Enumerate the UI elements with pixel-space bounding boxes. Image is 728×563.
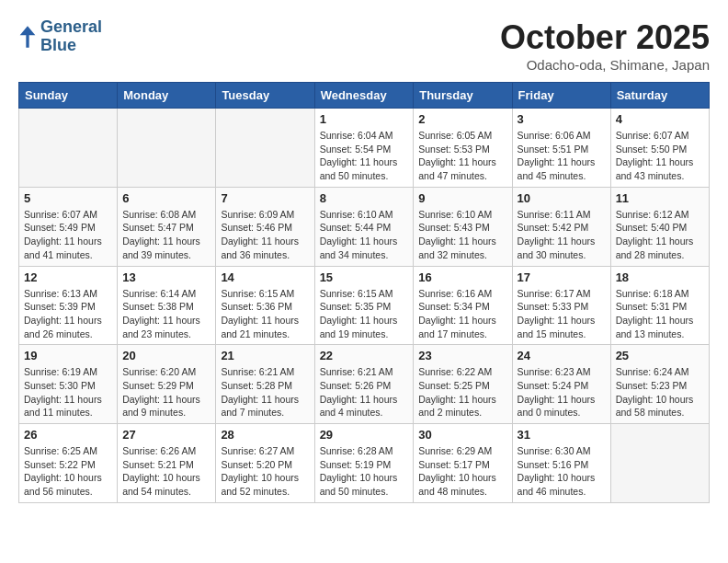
day-number: 4 xyxy=(616,112,704,126)
day-number: 1 xyxy=(320,112,409,126)
calendar-cell: 17Sunrise: 6:17 AM Sunset: 5:33 PM Dayli… xyxy=(512,266,610,345)
calendar-cell: 25Sunrise: 6:24 AM Sunset: 5:23 PM Dayli… xyxy=(610,345,709,424)
week-row-4: 19Sunrise: 6:19 AM Sunset: 5:30 PM Dayli… xyxy=(19,345,710,424)
day-info: Sunrise: 6:21 AM Sunset: 5:28 PM Dayligh… xyxy=(221,365,309,419)
day-number: 13 xyxy=(122,270,210,284)
calendar-cell: 11Sunrise: 6:12 AM Sunset: 5:40 PM Dayli… xyxy=(610,187,709,266)
day-number: 14 xyxy=(221,270,309,284)
calendar-cell: 18Sunrise: 6:18 AM Sunset: 5:31 PM Dayli… xyxy=(610,266,709,345)
day-info: Sunrise: 6:17 AM Sunset: 5:33 PM Dayligh… xyxy=(518,287,606,341)
weekday-header-row: SundayMondayTuesdayWednesdayThursdayFrid… xyxy=(19,83,710,109)
logo: General Blue xyxy=(18,18,102,55)
day-number: 19 xyxy=(24,349,112,362)
logo-line1: General xyxy=(40,18,102,37)
calendar-cell: 23Sunrise: 6:22 AM Sunset: 5:25 PM Dayli… xyxy=(414,345,512,424)
day-info: Sunrise: 6:16 AM Sunset: 5:34 PM Dayligh… xyxy=(418,287,506,341)
day-info: Sunrise: 6:07 AM Sunset: 5:50 PM Dayligh… xyxy=(616,129,704,183)
week-row-1: 1Sunrise: 6:04 AM Sunset: 5:54 PM Daylig… xyxy=(19,109,710,188)
calendar: SundayMondayTuesdayWednesdayThursdayFrid… xyxy=(18,82,710,503)
calendar-cell: 24Sunrise: 6:23 AM Sunset: 5:24 PM Dayli… xyxy=(512,345,610,424)
svg-marker-0 xyxy=(20,26,36,47)
day-info: Sunrise: 6:20 AM Sunset: 5:29 PM Dayligh… xyxy=(122,365,210,419)
day-info: Sunrise: 6:08 AM Sunset: 5:47 PM Dayligh… xyxy=(122,208,210,262)
day-number: 10 xyxy=(518,191,606,205)
month-title: October 2025 xyxy=(500,18,710,57)
calendar-cell: 8Sunrise: 6:10 AM Sunset: 5:44 PM Daylig… xyxy=(314,187,414,266)
calendar-cell: 5Sunrise: 6:07 AM Sunset: 5:49 PM Daylig… xyxy=(19,187,118,266)
day-info: Sunrise: 6:22 AM Sunset: 5:25 PM Dayligh… xyxy=(418,365,506,419)
day-info: Sunrise: 6:04 AM Sunset: 5:54 PM Dayligh… xyxy=(320,129,409,183)
weekday-header-thursday: Thursday xyxy=(414,83,512,109)
weekday-header-saturday: Saturday xyxy=(610,83,709,109)
calendar-cell: 29Sunrise: 6:28 AM Sunset: 5:19 PM Dayli… xyxy=(314,424,414,503)
day-info: Sunrise: 6:24 AM Sunset: 5:23 PM Dayligh… xyxy=(616,365,704,419)
day-number: 3 xyxy=(518,112,606,126)
day-info: Sunrise: 6:10 AM Sunset: 5:44 PM Dayligh… xyxy=(320,208,409,262)
calendar-cell: 16Sunrise: 6:16 AM Sunset: 5:34 PM Dayli… xyxy=(414,266,512,345)
calendar-cell xyxy=(610,424,709,503)
weekday-header-monday: Monday xyxy=(118,83,216,109)
day-info: Sunrise: 6:10 AM Sunset: 5:43 PM Dayligh… xyxy=(418,208,506,262)
calendar-cell: 28Sunrise: 6:27 AM Sunset: 5:20 PM Dayli… xyxy=(216,424,314,503)
location: Odacho-oda, Shimane, Japan xyxy=(500,57,710,73)
week-row-5: 26Sunrise: 6:25 AM Sunset: 5:22 PM Dayli… xyxy=(19,424,710,503)
calendar-cell xyxy=(216,109,314,188)
day-number: 9 xyxy=(418,191,506,205)
day-number: 27 xyxy=(122,428,210,442)
calendar-cell: 30Sunrise: 6:29 AM Sunset: 5:17 PM Dayli… xyxy=(414,424,512,503)
day-number: 26 xyxy=(24,428,112,442)
day-info: Sunrise: 6:28 AM Sunset: 5:19 PM Dayligh… xyxy=(320,444,409,499)
day-info: Sunrise: 6:25 AM Sunset: 5:22 PM Dayligh… xyxy=(24,444,112,499)
calendar-cell: 3Sunrise: 6:06 AM Sunset: 5:51 PM Daylig… xyxy=(512,109,610,188)
title-block: October 2025 Odacho-oda, Shimane, Japan xyxy=(500,18,710,73)
calendar-cell: 12Sunrise: 6:13 AM Sunset: 5:39 PM Dayli… xyxy=(19,266,118,345)
day-number: 20 xyxy=(122,349,210,362)
calendar-cell: 10Sunrise: 6:11 AM Sunset: 5:42 PM Dayli… xyxy=(512,187,610,266)
day-number: 12 xyxy=(24,270,112,284)
day-number: 30 xyxy=(418,428,506,442)
calendar-cell xyxy=(118,109,216,188)
calendar-cell: 2Sunrise: 6:05 AM Sunset: 5:53 PM Daylig… xyxy=(414,109,512,188)
calendar-cell: 26Sunrise: 6:25 AM Sunset: 5:22 PM Dayli… xyxy=(19,424,118,503)
day-info: Sunrise: 6:06 AM Sunset: 5:51 PM Dayligh… xyxy=(518,129,606,183)
calendar-cell xyxy=(19,109,118,188)
day-number: 22 xyxy=(320,349,409,362)
day-info: Sunrise: 6:29 AM Sunset: 5:17 PM Dayligh… xyxy=(418,444,506,499)
day-number: 6 xyxy=(122,191,210,205)
day-number: 2 xyxy=(418,112,506,126)
calendar-cell: 1Sunrise: 6:04 AM Sunset: 5:54 PM Daylig… xyxy=(314,109,414,188)
day-info: Sunrise: 6:14 AM Sunset: 5:38 PM Dayligh… xyxy=(122,287,210,341)
calendar-cell: 14Sunrise: 6:15 AM Sunset: 5:36 PM Dayli… xyxy=(216,266,314,345)
day-info: Sunrise: 6:19 AM Sunset: 5:30 PM Dayligh… xyxy=(24,365,112,419)
logo-icon xyxy=(18,24,37,50)
day-number: 18 xyxy=(616,270,704,284)
page-header: General Blue October 2025 Odacho-oda, Sh… xyxy=(18,18,710,73)
day-number: 31 xyxy=(518,428,606,442)
day-info: Sunrise: 6:21 AM Sunset: 5:26 PM Dayligh… xyxy=(320,365,409,419)
day-number: 5 xyxy=(24,191,112,205)
weekday-header-wednesday: Wednesday xyxy=(314,83,414,109)
day-info: Sunrise: 6:23 AM Sunset: 5:24 PM Dayligh… xyxy=(518,365,606,419)
day-info: Sunrise: 6:15 AM Sunset: 5:35 PM Dayligh… xyxy=(320,287,409,341)
day-info: Sunrise: 6:27 AM Sunset: 5:20 PM Dayligh… xyxy=(221,444,309,499)
day-number: 21 xyxy=(221,349,309,362)
calendar-cell: 20Sunrise: 6:20 AM Sunset: 5:29 PM Dayli… xyxy=(118,345,216,424)
calendar-cell: 31Sunrise: 6:30 AM Sunset: 5:16 PM Dayli… xyxy=(512,424,610,503)
day-info: Sunrise: 6:07 AM Sunset: 5:49 PM Dayligh… xyxy=(24,208,112,262)
day-number: 15 xyxy=(320,270,409,284)
day-info: Sunrise: 6:09 AM Sunset: 5:46 PM Dayligh… xyxy=(221,208,309,262)
week-row-3: 12Sunrise: 6:13 AM Sunset: 5:39 PM Dayli… xyxy=(19,266,710,345)
day-number: 25 xyxy=(616,349,704,362)
calendar-cell: 15Sunrise: 6:15 AM Sunset: 5:35 PM Dayli… xyxy=(314,266,414,345)
day-info: Sunrise: 6:26 AM Sunset: 5:21 PM Dayligh… xyxy=(122,444,210,499)
day-info: Sunrise: 6:05 AM Sunset: 5:53 PM Dayligh… xyxy=(418,129,506,183)
day-number: 11 xyxy=(616,191,704,205)
day-number: 29 xyxy=(320,428,409,442)
day-info: Sunrise: 6:11 AM Sunset: 5:42 PM Dayligh… xyxy=(518,208,606,262)
calendar-cell: 13Sunrise: 6:14 AM Sunset: 5:38 PM Dayli… xyxy=(118,266,216,345)
weekday-header-sunday: Sunday xyxy=(19,83,118,109)
day-number: 8 xyxy=(320,191,409,205)
day-info: Sunrise: 6:15 AM Sunset: 5:36 PM Dayligh… xyxy=(221,287,309,341)
calendar-cell: 4Sunrise: 6:07 AM Sunset: 5:50 PM Daylig… xyxy=(610,109,709,188)
calendar-cell: 22Sunrise: 6:21 AM Sunset: 5:26 PM Dayli… xyxy=(314,345,414,424)
